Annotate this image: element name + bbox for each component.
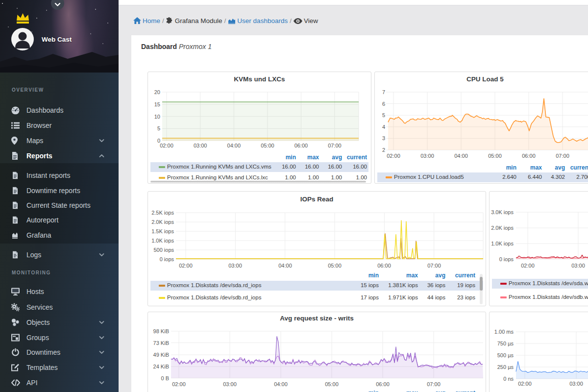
svg-text:05:00: 05:00: [328, 263, 342, 269]
svg-text:02:00: 02:00: [172, 381, 186, 387]
svg-text:07:00: 07:00: [328, 143, 342, 148]
svg-text:03:00: 03:00: [420, 153, 434, 159]
svg-text:07:00: 07:00: [427, 381, 441, 387]
svg-text:5: 5: [157, 125, 160, 131]
svg-text:04:00: 04:00: [278, 263, 292, 269]
svg-text:03:00: 03:00: [223, 381, 237, 387]
svg-text:03:00: 03:00: [569, 381, 583, 387]
svg-text:2.0K iops: 2.0K iops: [151, 219, 174, 225]
svg-text:04:00: 04:00: [274, 381, 288, 387]
svg-text:02:00: 02:00: [518, 381, 532, 387]
svg-text:02:00: 02:00: [387, 153, 400, 159]
svg-text:20: 20: [154, 89, 160, 95]
svg-text:6: 6: [382, 101, 385, 107]
svg-text:03:00: 03:00: [194, 143, 207, 148]
svg-text:10: 10: [154, 114, 160, 120]
svg-text:15: 15: [154, 101, 160, 107]
svg-text:2.0K iops: 2.0K iops: [491, 225, 514, 231]
svg-text:500 µs: 500 µs: [497, 352, 514, 358]
svg-text:2: 2: [382, 147, 385, 153]
svg-text:04:00: 04:00: [227, 143, 241, 148]
svg-text:7: 7: [382, 89, 385, 95]
svg-text:250 µs: 250 µs: [497, 364, 514, 370]
svg-text:73 KiB: 73 KiB: [153, 340, 169, 346]
svg-text:07:00: 07:00: [427, 263, 441, 269]
svg-text:03:00: 03:00: [571, 263, 585, 269]
svg-text:500 iops: 500 iops: [153, 247, 174, 253]
svg-text:0 ns: 0 ns: [503, 376, 514, 382]
svg-text:06:00: 06:00: [522, 153, 536, 159]
svg-text:02:00: 02:00: [521, 263, 535, 269]
svg-text:1.5K iops: 1.5K iops: [151, 228, 174, 234]
svg-text:03:00: 03:00: [228, 263, 242, 269]
svg-text:2.5K iops: 2.5K iops: [151, 210, 174, 216]
svg-text:5: 5: [382, 112, 385, 118]
svg-text:750 µs: 750 µs: [497, 341, 514, 346]
svg-text:1.0K iops: 1.0K iops: [151, 238, 174, 244]
svg-text:24 KiB: 24 KiB: [153, 364, 169, 369]
svg-text:06:00: 06:00: [376, 381, 390, 387]
svg-text:98 KiB: 98 KiB: [153, 328, 169, 334]
svg-text:05:00: 05:00: [488, 153, 502, 159]
svg-text:3: 3: [382, 135, 385, 141]
svg-text:02:00: 02:00: [160, 143, 173, 148]
svg-text:4: 4: [382, 124, 385, 130]
svg-text:06:00: 06:00: [294, 143, 308, 148]
svg-text:1.00 ms: 1.00 ms: [494, 329, 514, 335]
svg-text:3.0K iops: 3.0K iops: [491, 209, 514, 215]
svg-text:0 iops: 0 iops: [499, 256, 514, 262]
svg-text:0 iops: 0 iops: [160, 256, 174, 262]
svg-text:1.0K iops: 1.0K iops: [491, 241, 514, 246]
svg-text:02:00: 02:00: [179, 263, 193, 269]
svg-text:49 KiB: 49 KiB: [153, 352, 169, 358]
svg-text:05:00: 05:00: [261, 143, 274, 148]
svg-text:06:00: 06:00: [377, 263, 391, 269]
svg-text:07:00: 07:00: [556, 153, 569, 159]
svg-text:05:00: 05:00: [325, 381, 339, 387]
svg-text:0 B: 0 B: [161, 375, 169, 381]
svg-text:04:00: 04:00: [454, 153, 468, 159]
